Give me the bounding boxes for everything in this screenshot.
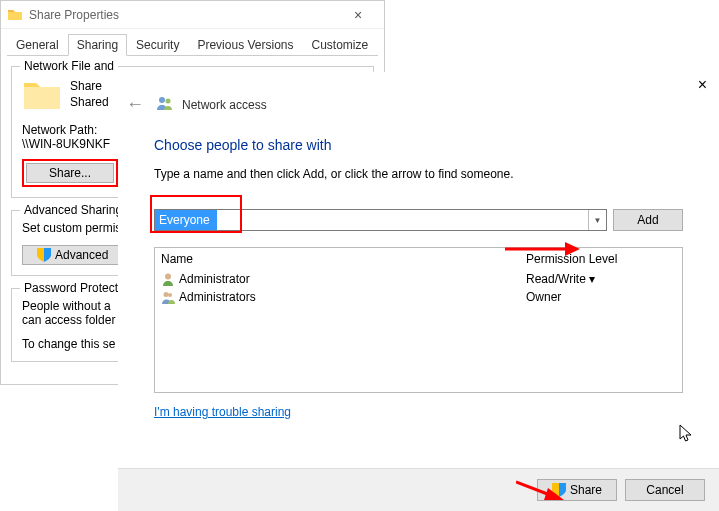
group-icon [161, 290, 179, 304]
cancel-button[interactable]: Cancel [625, 479, 705, 501]
share-button[interactable]: Share... [26, 163, 114, 183]
folder-large-icon [22, 77, 62, 113]
list-header: Name Permission Level [155, 248, 682, 270]
share-info-text: Share Shared [70, 79, 109, 110]
shield-icon [37, 248, 51, 262]
back-arrow-icon[interactable]: ← [122, 94, 148, 115]
tab-security[interactable]: Security [127, 34, 188, 56]
list-item[interactable]: Administrator Read/Write ▾ [155, 270, 682, 288]
user-input[interactable] [155, 210, 217, 230]
tab-customize[interactable]: Customize [302, 34, 377, 56]
tab-general[interactable]: General [7, 34, 68, 56]
chevron-down-icon[interactable]: ▼ [588, 210, 606, 230]
svg-point-4 [168, 293, 172, 297]
shield-icon [552, 483, 566, 497]
share-button-label: Share [570, 483, 602, 497]
tab-previous-versions[interactable]: Previous Versions [188, 34, 302, 56]
svg-point-0 [159, 97, 165, 103]
footer: Share Cancel [118, 468, 719, 511]
folder-icon [7, 7, 23, 23]
close-icon[interactable]: × [698, 76, 707, 94]
wizard-title: Network access [182, 98, 267, 112]
permission-dropdown[interactable]: Read/Write ▾ [526, 272, 676, 286]
user-icon [161, 272, 179, 286]
wizard-body: Choose people to share with Type a name … [118, 131, 719, 419]
network-access-dialog: × ← Network access Choose people to shar… [118, 72, 719, 511]
share-status: Shared [70, 95, 109, 111]
user-combobox[interactable]: ▼ [154, 209, 607, 231]
page-title: Choose people to share with [154, 137, 683, 153]
svg-point-2 [165, 274, 171, 280]
user-name: Administrator [179, 272, 526, 286]
close-icon[interactable]: × [338, 7, 378, 23]
share-button-highlight: Share... [22, 159, 118, 187]
svg-point-1 [166, 99, 171, 104]
advanced-sharing-button[interactable]: Advanced [22, 245, 123, 265]
column-permission[interactable]: Permission Level [526, 252, 676, 266]
svg-point-3 [164, 292, 169, 297]
group-legend: Network File and [20, 59, 118, 73]
dialog-title: Share Properties [29, 8, 338, 22]
tab-sharing[interactable]: Sharing [68, 34, 127, 56]
share-users-list: Name Permission Level Administrator Read… [154, 247, 683, 393]
group-legend: Password Protectio [20, 281, 131, 295]
mouse-cursor-icon [679, 424, 695, 448]
instruction-text: Type a name and then click Add, or click… [154, 167, 683, 181]
people-icon [156, 94, 174, 115]
share-button[interactable]: Share [537, 479, 617, 501]
add-user-row: ▼ Add [154, 209, 683, 231]
share-name: Share [70, 79, 109, 95]
wizard-header: ← Network access [118, 72, 719, 131]
titlebar: Share Properties × [1, 1, 384, 29]
column-name[interactable]: Name [161, 252, 526, 266]
advanced-button-label: Advanced [55, 248, 108, 262]
user-name: Administrators [179, 290, 526, 304]
list-item[interactable]: Administrators Owner [155, 288, 682, 306]
add-button[interactable]: Add [613, 209, 683, 231]
permission-level: Owner [526, 290, 676, 304]
tabs: General Sharing Security Previous Versio… [7, 33, 378, 56]
group-legend: Advanced Sharing [20, 203, 126, 217]
combo-empty [217, 210, 588, 230]
trouble-sharing-link[interactable]: I'm having trouble sharing [154, 405, 291, 419]
